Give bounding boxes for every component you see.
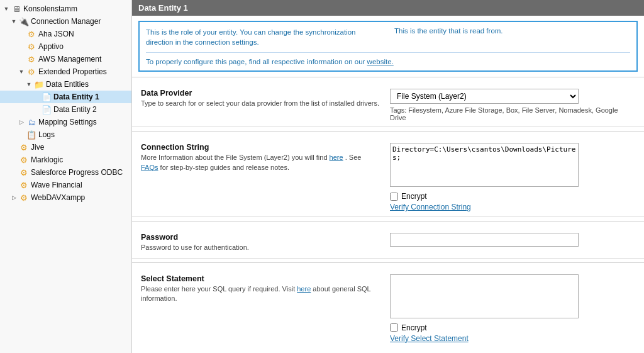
computer-icon: 🖥	[11, 4, 21, 14]
password-title: Password	[141, 233, 380, 242]
sidebar: ▼🖥Konsolenstamm▼🔌Connection Manager⚙Aha …	[0, 0, 132, 353]
connection-encrypt-checkbox[interactable]	[390, 193, 398, 201]
select-statement-label-col: Select Statement Please enter here your …	[141, 274, 380, 304]
data-provider-section: Data Provider Type to search for or sele…	[132, 84, 644, 127]
data-provider-tags: Tags: Filesystem, Azure File Storage, Bo…	[390, 106, 635, 121]
page-title: Data Entity 1	[132, 0, 644, 16]
website-link[interactable]: website.	[367, 58, 394, 65]
gear-icon: ⚙	[19, 193, 29, 203]
toggle-icon-apptivo	[18, 43, 25, 50]
sidebar-item-wave-financial[interactable]: ⚙Wave Financial	[0, 179, 131, 191]
sidebar-item-data-entity-1[interactable]: 📄Data Entity 1	[0, 91, 131, 103]
sidebar-item-apptivo[interactable]: ⚙Apptivo	[0, 40, 131, 53]
toggle-icon-aha-json	[18, 30, 25, 38]
data-provider-control-col: File System (Layer2)Aha JSONApptivoAWS M…	[390, 89, 635, 121]
connection-encrypt-label: Encrypt	[401, 192, 427, 201]
data-entity-icon: 📄	[42, 104, 52, 115]
sidebar-item-webdav-xampp[interactable]: ▷⚙WebDAVXampp	[0, 191, 131, 204]
data-provider-select[interactable]: File System (Layer2)Aha JSONApptivoAWS M…	[390, 89, 579, 104]
select-statement-here-link[interactable]: here	[297, 285, 311, 293]
select-statement-section: Select Statement Please enter here your …	[132, 269, 644, 348]
sidebar-item-logs[interactable]: 📋Logs	[0, 128, 131, 141]
password-label-col: Password Password to use for authenticat…	[141, 233, 380, 252]
toggle-icon-marklogic	[10, 156, 18, 164]
plug-icon: 🔌	[19, 16, 29, 26]
verify-connection-link[interactable]: Verify Connection String	[390, 203, 471, 211]
toggle-icon-mapping-settings: ▷	[18, 118, 25, 126]
data-provider-title: Data Provider	[141, 89, 380, 98]
folder-icon: 📁	[34, 79, 44, 89]
sidebar-item-data-entity-2[interactable]: 📄Data Entity 2	[0, 103, 131, 116]
password-desc: Password to use for authentication.	[141, 243, 380, 252]
info-website-text: To properly configure this page, find al…	[146, 58, 630, 65]
sidebar-item-connection-manager[interactable]: ▼🔌Connection Manager	[0, 15, 131, 28]
password-input[interactable]	[390, 233, 579, 247]
select-statement-textarea[interactable]	[390, 274, 579, 318]
toggle-icon-data-entity-1	[33, 93, 40, 101]
sidebar-item-extended-properties[interactable]: ▼⚙Extended Properties	[0, 65, 131, 78]
connection-string-faqs-link[interactable]: FAQs	[141, 164, 158, 171]
data-provider-label-col: Data Provider Type to search for or sele…	[141, 89, 380, 108]
sidebar-item-label-aha-json: Aha JSON	[38, 30, 74, 38]
sidebar-item-mapping-settings[interactable]: ▷🗂Mapping Settings	[0, 116, 131, 128]
sidebar-item-label-aws-management: AWS Management	[38, 55, 101, 64]
toggle-icon-wave-financial	[10, 181, 18, 189]
toggle-icon-jive	[10, 143, 18, 151]
sidebar-item-marklogic[interactable]: ⚙Marklogic	[0, 154, 131, 166]
logs-icon: 📋	[26, 130, 36, 140]
sidebar-item-label-mapping-settings: Mapping Settings	[38, 118, 97, 126]
gear-icon: ⚙	[26, 67, 36, 77]
connection-string-control-col: Directory=C:\Users\csantos\Downloads\Pic…	[390, 143, 635, 211]
toggle-icon-salesforce-odbc	[10, 169, 18, 176]
sidebar-item-label-konsolenstamm: Konsolenstamm	[23, 4, 77, 13]
gear-icon: ⚙	[19, 142, 29, 152]
sidebar-item-label-jive: Jive	[31, 143, 44, 152]
toggle-icon-logs	[18, 131, 25, 138]
sidebar-item-salesforce-odbc[interactable]: ⚙Salesforce Progress ODBC	[0, 166, 131, 179]
gear-icon: ⚙	[19, 167, 29, 177]
connection-encrypt-row: Encrypt	[390, 192, 635, 201]
connection-string-textarea[interactable]: Directory=C:\Users\csantos\Downloads\Pic…	[390, 143, 579, 187]
toggle-icon-data-entity-2	[33, 106, 40, 113]
mapping-icon: 🗂	[26, 117, 36, 127]
connection-string-desc: More Information about the File System (…	[141, 153, 380, 172]
select-encrypt-checkbox[interactable]	[390, 323, 398, 332]
toggle-icon-connection-manager: ▼	[10, 18, 18, 25]
sidebar-item-konsolenstamm[interactable]: ▼🖥Konsolenstamm	[0, 3, 131, 15]
toggle-icon-webdav-xampp: ▷	[10, 194, 18, 201]
toggle-icon-konsolenstamm: ▼	[3, 5, 10, 13]
verify-select-link[interactable]: Verify Select Statement	[390, 334, 469, 343]
connection-string-here-link[interactable]: here	[330, 154, 343, 161]
sidebar-item-label-wave-financial: Wave Financial	[31, 181, 82, 189]
connection-string-section: Connection String More Information about…	[132, 138, 644, 217]
gear-icon: ⚙	[26, 42, 36, 52]
gear-icon: ⚙	[19, 180, 29, 190]
sidebar-item-label-apptivo: Apptivo	[38, 42, 64, 51]
sidebar-item-jive[interactable]: ⚙Jive	[0, 141, 131, 154]
toggle-icon-aws-management	[18, 55, 25, 63]
sidebar-item-label-connection-manager: Connection Manager	[31, 17, 101, 26]
gear-icon: ⚙	[26, 54, 36, 64]
select-encrypt-label: Encrypt	[401, 323, 427, 332]
connection-string-title: Connection String	[141, 143, 380, 152]
gear-icon: ⚙	[26, 29, 36, 39]
sidebar-item-data-entities[interactable]: ▼📁Data Entities	[0, 78, 131, 91]
password-section: Password Password to use for authenticat…	[132, 228, 644, 258]
info-box: This is the role of your entity. You can…	[138, 21, 638, 72]
sidebar-item-label-salesforce-odbc: Salesforce Progress ODBC	[31, 168, 123, 177]
password-control-col	[390, 233, 635, 247]
sidebar-item-label-data-entities: Data Entities	[46, 80, 89, 89]
main-body: This is the role of your entity. You can…	[132, 16, 644, 353]
sidebar-item-aws-management[interactable]: ⚙AWS Management	[0, 53, 131, 65]
connection-string-label-col: Connection String More Information about…	[141, 143, 380, 172]
sidebar-item-label-extended-properties: Extended Properties	[38, 67, 107, 76]
data-provider-desc: Type to search for or select your data p…	[141, 99, 380, 108]
gear-icon: ⚙	[19, 155, 29, 165]
sidebar-item-aha-json[interactable]: ⚙Aha JSON	[0, 28, 131, 40]
sidebar-item-label-logs: Logs	[38, 130, 55, 139]
select-statement-control-col: Encrypt Verify Select Statement	[390, 274, 635, 343]
sidebar-item-label-data-entity-2: Data Entity 2	[53, 105, 97, 114]
sidebar-item-label-marklogic: Marklogic	[31, 155, 63, 164]
info-right-text: This is the entity that is read from.	[394, 27, 630, 47]
select-encrypt-row: Encrypt	[390, 323, 635, 332]
